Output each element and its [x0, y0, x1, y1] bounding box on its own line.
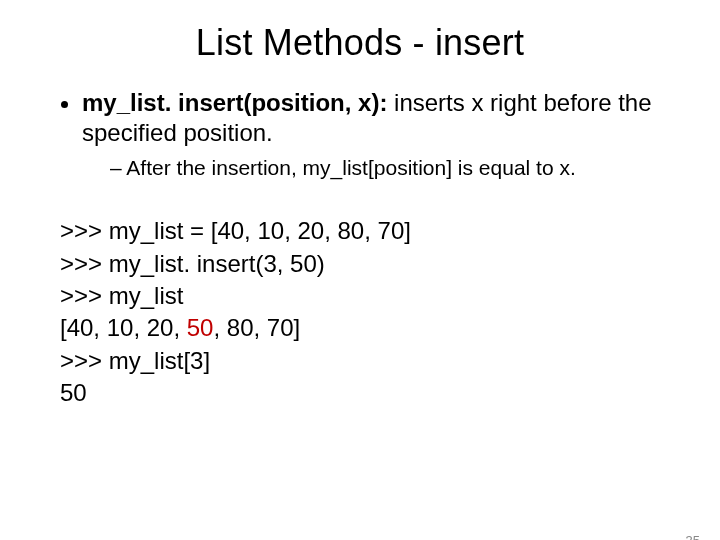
code-line-3: >>> my_list	[60, 280, 680, 312]
slide-title: List Methods - insert	[0, 22, 720, 64]
code-line-6: 50	[60, 377, 680, 409]
sub-bullet-list: After the insertion, my_list[position] i…	[82, 154, 680, 181]
code-line-4: [40, 10, 20, 50, 80, 70]	[60, 312, 680, 344]
code-l4-a: [40, 10, 20,	[60, 314, 187, 341]
code-line-2: >>> my_list. insert(3, 50)	[60, 248, 680, 280]
sub-bullet-1: After the insertion, my_list[position] i…	[110, 154, 680, 181]
code-block: >>> my_list = [40, 10, 20, 80, 70] >>> m…	[60, 215, 680, 409]
code-l4-highlight: 50	[187, 314, 214, 341]
bullet-list: my_list. insert(position, x): inserts x …	[60, 88, 680, 181]
slide: List Methods - insert my_list. insert(po…	[0, 22, 720, 540]
code-l4-c: , 80, 70]	[213, 314, 300, 341]
bullet-item-1: my_list. insert(position, x): inserts x …	[82, 88, 680, 181]
page-number: 35	[686, 533, 700, 540]
bullet-1-strong: my_list. insert(position, x):	[82, 89, 387, 116]
code-line-1: >>> my_list = [40, 10, 20, 80, 70]	[60, 215, 680, 247]
code-line-5: >>> my_list[3]	[60, 345, 680, 377]
slide-content: my_list. insert(position, x): inserts x …	[0, 88, 720, 410]
